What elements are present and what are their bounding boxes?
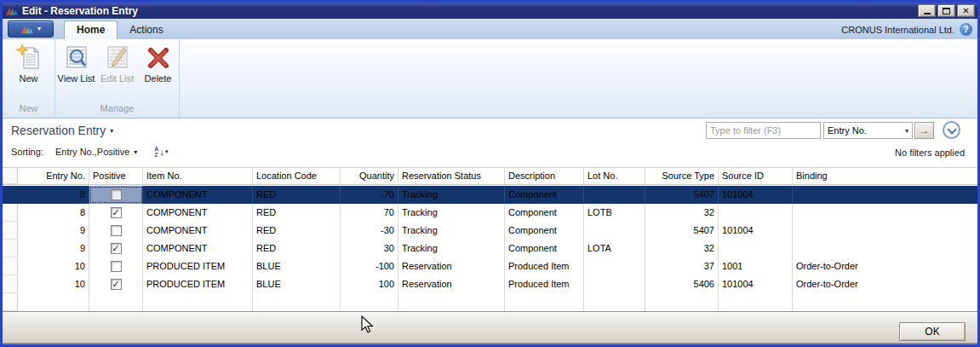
cell-source_type[interactable]: 5407 — [645, 186, 719, 204]
positive-checkbox[interactable] — [111, 189, 122, 200]
filter-input[interactable] — [706, 122, 821, 139]
cell-reservation_status[interactable]: Tracking — [398, 222, 505, 240]
cell-lot_no[interactable]: LOTA — [584, 240, 645, 257]
cell-quantity[interactable]: 30 — [341, 240, 398, 257]
cell-positive[interactable]: ✓ — [89, 275, 143, 293]
table-row[interactable]: 10✓PRODUCED ITEMBLUE100ReservationProduc… — [3, 275, 977, 293]
cell-lot_no[interactable] — [584, 186, 645, 204]
cell-positive[interactable]: ✓ — [89, 204, 143, 222]
positive-checkbox[interactable] — [111, 261, 122, 272]
cell-positive[interactable] — [89, 222, 143, 240]
tab-actions[interactable]: Actions — [117, 21, 175, 39]
expand-filter-pane-button[interactable] — [943, 121, 960, 139]
cell-description[interactable]: Component — [505, 204, 584, 222]
cell-source_id[interactable]: 101004 — [719, 222, 793, 240]
cell-source_id[interactable] — [719, 204, 793, 222]
row-selector[interactable] — [3, 222, 18, 240]
col-header-binding[interactable]: Binding — [793, 168, 977, 184]
cell-entry_no[interactable]: 9 — [18, 222, 89, 240]
cell-lot_no[interactable] — [584, 257, 645, 275]
cell-reservation_status[interactable]: Tracking — [398, 240, 505, 257]
table-row[interactable]: 8COMPONENTRED-70TrackingComponent5407101… — [3, 186, 977, 204]
col-header-item_no[interactable]: Item No. — [143, 168, 253, 184]
sorting-dropdown[interactable]: Entry No.,Positive ▾ — [55, 147, 137, 157]
table-row[interactable]: 9✓COMPONENTRED30TrackingComponentLOTA32 — [3, 240, 977, 257]
row-selector[interactable] — [3, 240, 18, 257]
cell-quantity[interactable]: 70 — [341, 204, 398, 222]
positive-checkbox[interactable] — [111, 225, 122, 236]
close-button[interactable]: ✕ — [957, 4, 975, 17]
row-selector[interactable] — [3, 275, 18, 293]
table-row[interactable]: 10PRODUCED ITEMBLUE-100ReservationProduc… — [3, 257, 977, 275]
cell-source_type[interactable]: 5406 — [645, 275, 719, 293]
cell-item_no[interactable]: COMPONENT — [143, 186, 253, 204]
cell-quantity[interactable]: -70 — [341, 186, 398, 204]
col-header-entry_no[interactable]: Entry No. — [18, 168, 89, 184]
positive-checkbox[interactable]: ✓ — [111, 279, 122, 290]
minimize-button[interactable] — [918, 4, 936, 17]
cell-positive[interactable] — [89, 257, 143, 275]
cell-entry_no[interactable]: 8 — [18, 186, 89, 204]
cell-quantity[interactable]: -30 — [341, 222, 398, 240]
cell-location_code[interactable]: BLUE — [253, 257, 341, 275]
cell-source_id[interactable]: 101004 — [719, 186, 793, 204]
delete-button[interactable]: Delete — [139, 43, 178, 84]
cell-source_type[interactable]: 32 — [645, 204, 719, 222]
cell-quantity[interactable]: -100 — [341, 257, 398, 275]
edit-list-button[interactable]: Edit List — [98, 43, 137, 84]
view-list-button[interactable]: View List — [57, 43, 96, 84]
cell-lot_no[interactable] — [584, 222, 645, 240]
cell-description[interactable]: Component — [505, 240, 584, 257]
cell-source_type[interactable]: 5407 — [645, 222, 719, 240]
col-header-source_type[interactable]: Source Type — [645, 168, 719, 184]
col-header-lot_no[interactable]: Lot No. — [584, 168, 645, 184]
row-selector[interactable] — [3, 186, 18, 204]
filter-column-dropdown[interactable]: Entry No. ▾ — [823, 122, 913, 139]
positive-checkbox[interactable]: ✓ — [111, 207, 122, 218]
cell-location_code[interactable]: BLUE — [253, 275, 341, 293]
cell-source_type[interactable]: 32 — [645, 240, 719, 257]
table-row[interactable]: 9COMPONENTRED-30TrackingComponent5407101… — [3, 222, 977, 240]
maximize-button[interactable] — [937, 4, 955, 17]
cell-binding[interactable] — [793, 240, 977, 257]
table-row[interactable]: 8✓COMPONENTRED70TrackingComponentLOTB32 — [3, 204, 977, 222]
cell-item_no[interactable]: COMPONENT — [143, 240, 253, 257]
cell-location_code[interactable]: RED — [253, 204, 341, 222]
cell-source_id[interactable]: 1001 — [719, 257, 793, 275]
cell-item_no[interactable]: COMPONENT — [143, 204, 253, 222]
cell-description[interactable]: Produced Item — [505, 275, 584, 293]
cell-binding[interactable]: Order-to-Order — [793, 275, 977, 293]
cell-binding[interactable] — [793, 186, 977, 204]
positive-checkbox[interactable]: ✓ — [111, 243, 122, 254]
cell-entry_no[interactable]: 8 — [18, 204, 89, 222]
ok-button[interactable]: OK — [899, 322, 966, 341]
cell-positive[interactable]: ✓ — [89, 240, 143, 257]
cell-binding[interactable]: Order-to-Order — [793, 257, 977, 275]
cell-entry_no[interactable]: 10 — [18, 275, 89, 293]
col-header-source_id[interactable]: Source ID — [719, 168, 793, 184]
cell-entry_no[interactable]: 10 — [18, 257, 89, 275]
cell-location_code[interactable]: RED — [253, 222, 341, 240]
new-button[interactable]: New — [9, 43, 49, 84]
cell-binding[interactable] — [793, 222, 977, 240]
col-header-quantity[interactable]: Quantity — [341, 168, 398, 184]
cell-reservation_status[interactable]: Tracking — [398, 186, 505, 204]
col-header-reservation_status[interactable]: Reservation Status — [398, 168, 505, 184]
cell-description[interactable]: Component — [505, 186, 584, 204]
col-header-description[interactable]: Description — [505, 168, 584, 184]
col-header-positive[interactable]: Positive — [89, 168, 143, 184]
cell-source_id[interactable]: 101004 — [719, 275, 793, 293]
cell-description[interactable]: Produced Item — [505, 257, 584, 275]
col-header-location_code[interactable]: Location Code — [253, 168, 341, 184]
cell-binding[interactable] — [793, 204, 977, 222]
page-title[interactable]: Reservation Entry ▾ — [11, 124, 113, 137]
cell-reservation_status[interactable]: Reservation — [398, 257, 505, 275]
cell-location_code[interactable]: RED — [253, 186, 341, 204]
row-selector[interactable] — [3, 204, 18, 222]
cell-item_no[interactable]: PRODUCED ITEM — [143, 275, 253, 293]
cell-lot_no[interactable]: LOTB — [584, 204, 645, 222]
help-icon[interactable]: ? — [960, 23, 972, 36]
row-selector[interactable] — [3, 257, 18, 275]
cell-item_no[interactable]: COMPONENT — [143, 222, 253, 240]
cell-description[interactable]: Component — [505, 222, 584, 240]
